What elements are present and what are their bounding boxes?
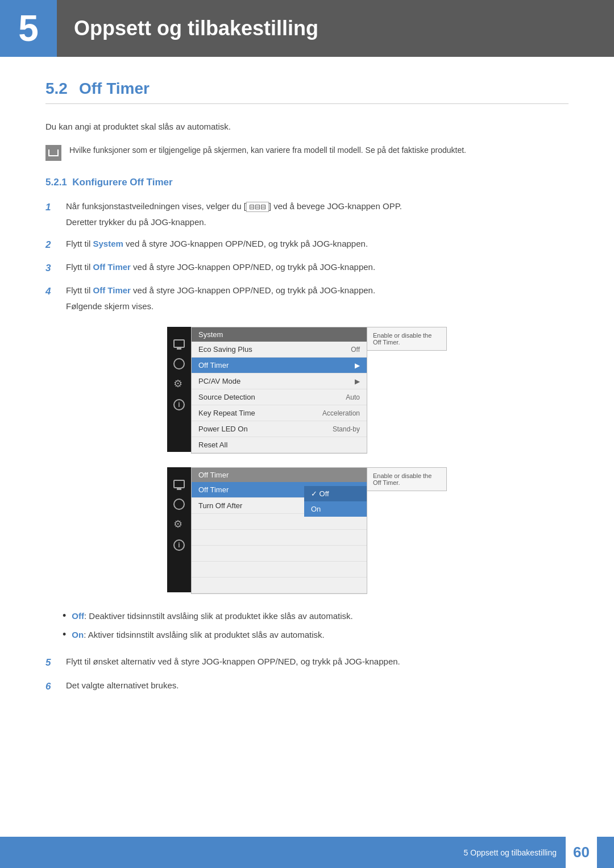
arrows-icon-shape: [173, 358, 185, 369]
step-text-3: Flytt til Off Timer ved å styre JOG-knap…: [66, 260, 375, 274]
step-1: 1 Når funksjonstastveiledningen vises, v…: [45, 200, 569, 229]
menu-note-2: Enable or disable the Off Timer.: [367, 467, 447, 491]
monitor-icon: [173, 338, 185, 348]
info-icon-shape: i: [173, 399, 185, 410]
arrows-icon: [173, 359, 185, 369]
menu-note-1: Enable or disable the Off Timer.: [367, 327, 447, 351]
bullet-list: • Off: Deaktiver tidsinnstilt avslåing s…: [63, 610, 569, 641]
note-icon: [45, 145, 61, 161]
gear-icon-shape-2: ⚙: [173, 519, 185, 530]
submenu-item-on: On: [304, 501, 367, 517]
menu-row-source: Source Detection Auto: [192, 389, 367, 405]
steps-list: 1 Når funksjonstastveiledningen vises, v…: [45, 200, 569, 313]
menu-row-powerled: Power LED On Stand-by: [192, 421, 367, 437]
menu-empty-4: [192, 562, 367, 578]
step-5: 5 Flytt til ønsket alternativ ved å styr…: [45, 655, 569, 670]
step-text-5: Flytt til ønsket alternativ ved å styre …: [66, 655, 400, 668]
monitor-1: ⚙ i System Eco Saving Plus Off Off Timer…: [167, 327, 447, 454]
menu-row-resetall: Reset All: [192, 437, 367, 453]
bullet-on-text: On: Aktiver tidsinnstilt avslåing slik a…: [72, 629, 324, 642]
step-number-1: 1: [45, 200, 58, 215]
menu-row-pcav: PC/AV Mode ▶: [192, 373, 367, 389]
system-menu: System Eco Saving Plus Off Off Timer ▶ P…: [191, 327, 367, 454]
chapter-title: Oppsett og tilbakestilling: [74, 16, 318, 40]
gear-icon-2: ⚙: [173, 520, 185, 530]
subsection-title: 5.2.1 Konfigurere Off Timer: [45, 177, 569, 188]
step-text-6: Det valgte alternativet brukes.: [66, 679, 179, 692]
section-number: 5.2: [45, 80, 68, 98]
arrows-icon-shape-2: [173, 499, 185, 510]
step-3: 3 Flytt til Off Timer ved å styre JOG-kn…: [45, 260, 569, 276]
info-icon: i: [173, 400, 185, 410]
main-content: 5.2 Off Timer Du kan angi at produktet s…: [0, 57, 614, 765]
footer-text: 5 Oppsett og tilbakestilling: [464, 848, 557, 857]
bullet-off: • Off: Deaktiver tidsinnstilt avslåing s…: [63, 610, 569, 623]
step-number-2: 2: [45, 237, 58, 252]
note-box: Hvilke funksjoner som er tilgjengelige p…: [45, 144, 569, 161]
menu-row-keyrepeat: Key Repeat Time Acceleration: [192, 405, 367, 421]
monitor-sidebar-1: ⚙ i: [167, 327, 191, 452]
menu-empty-2: [192, 530, 367, 546]
menu-empty-3: [192, 546, 367, 562]
bullet-on: • On: Aktiver tidsinnstilt avslåing slik…: [63, 629, 569, 642]
menu-row-offtimer: Off Timer ▶: [192, 358, 367, 373]
menu-header-system: System: [192, 327, 367, 342]
step-number-6: 6: [45, 679, 58, 694]
step-number-3: 3: [45, 260, 58, 276]
info-icon-2: i: [173, 540, 185, 550]
steps-list-2: 5 Flytt til ønsket alternativ ved å styr…: [45, 655, 569, 693]
footer-page-number: 60: [566, 837, 597, 868]
gear-icon: ⚙: [173, 379, 185, 389]
step-text-2: Flytt til System ved å styre JOG-knappen…: [66, 237, 368, 251]
header-banner: 5 Oppsett og tilbakestilling: [0, 0, 614, 57]
step-text-1: Når funksjonstastveiledningen vises, vel…: [66, 200, 402, 229]
section-name: Off Timer: [79, 80, 150, 98]
offtimer-menu: Off Timer Off Timer Turn Off After ✓ Off…: [191, 467, 367, 594]
monitor-icon-2: [173, 479, 185, 489]
menu-empty-5: [192, 578, 367, 593]
section-title: 5.2 Off Timer: [45, 80, 569, 104]
screenshots: ⚙ i System Eco Saving Plus Off Off Timer…: [45, 327, 569, 594]
monitor-icon-shape-2: [173, 480, 185, 488]
intro-text: Du kan angi at produktet skal slås av au…: [45, 120, 569, 134]
monitor-2: ⚙ i Off Timer Off Timer Turn Off After: [167, 467, 447, 594]
bullet-off-text: Off: Deaktiver tidsinnstilt avslåing sli…: [72, 610, 352, 623]
step-number-4: 4: [45, 284, 58, 299]
menu-header-offtimer: Off Timer: [192, 468, 367, 482]
submenu-overlay: ✓ Off On: [304, 486, 367, 517]
gear-icon-shape: ⚙: [173, 379, 185, 390]
menu-row-eco: Eco Saving Plus Off: [192, 342, 367, 358]
page-footer: 5 Oppsett og tilbakestilling 60: [0, 837, 614, 868]
note-text: Hvilke funksjoner som er tilgjengelige p…: [69, 144, 466, 156]
step-4: 4 Flytt til Off Timer ved å styre JOG-kn…: [45, 284, 569, 313]
chapter-number: 5: [0, 0, 57, 57]
step-number-5: 5: [45, 655, 58, 670]
arrows-icon-2: [173, 499, 185, 509]
step-6: 6 Det valgte alternativet brukes.: [45, 679, 569, 694]
monitor-icon-shape: [173, 339, 185, 348]
info-icon-shape-2: i: [173, 539, 185, 551]
step-2: 2 Flytt til System ved å styre JOG-knapp…: [45, 237, 569, 252]
submenu-item-off: ✓ Off: [304, 486, 367, 501]
step-text-4: Flytt til Off Timer ved å styre JOG-knap…: [66, 284, 375, 313]
monitor-sidebar-2: ⚙ i: [167, 467, 191, 592]
